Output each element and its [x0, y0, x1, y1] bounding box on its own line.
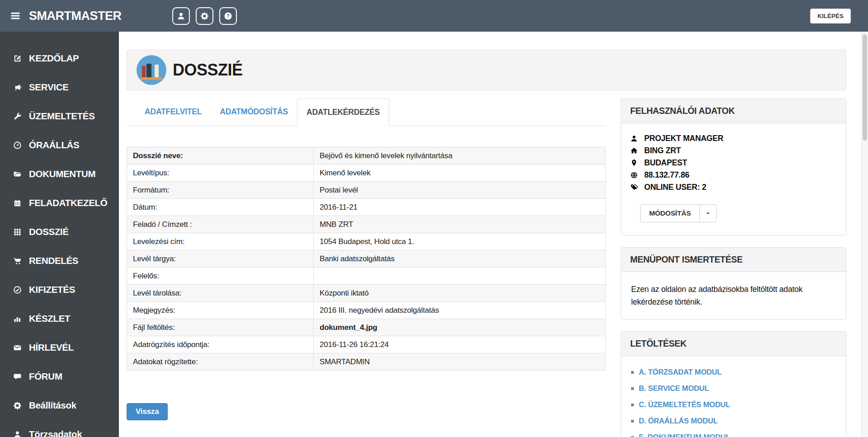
user-info-item: BING ZRT	[630, 145, 837, 157]
settings-button[interactable]	[196, 7, 213, 25]
bullet-icon	[631, 404, 634, 406]
user-info-text: ONLINE USER: 2	[644, 183, 706, 192]
sidebar-item-label: KEZDŐLAP	[29, 53, 79, 64]
modify-dropdown-toggle[interactable]	[699, 205, 716, 222]
user-info-text: BUDAPEST	[644, 158, 687, 168]
record-row: Dátum: 2016-11-21	[127, 199, 606, 216]
record-value: SMARTADMIN	[314, 353, 606, 371]
record-row: Levelezési cím: 1054 Budapest, Hold utca…	[127, 233, 606, 250]
record-row: Levéltípus: Kimenő levelek	[127, 164, 606, 182]
record-label: Dátum:	[127, 199, 314, 216]
sidebar-item[interactable]: FÓRUM	[0, 362, 119, 391]
envelope-icon	[11, 343, 23, 352]
help-button[interactable]: ?	[219, 7, 237, 25]
modify-split-button: MÓDOSÍTÁS	[640, 204, 717, 222]
menu-info-panel-title: MENÜPONT ISMERTETÉSE	[621, 248, 846, 272]
tab-label: ADATLEKÉRDEZÉS	[297, 99, 389, 126]
download-link[interactable]: C. ÜZEMELTETÉS MODUL	[639, 400, 730, 409]
sidebar-item-label: HÍRLEVÉL	[29, 342, 74, 353]
user-data-panel-title: FELHASZNÁLÓI ADATOK	[621, 99, 846, 123]
download-link[interactable]: E. DOKUMENTUM MODUL	[639, 433, 730, 437]
sidebar-item[interactable]: KIFIZETÉS	[0, 275, 119, 304]
tab[interactable]: ADATMÓDOSÍTÁS	[211, 99, 297, 126]
back-button[interactable]: Vissza	[127, 403, 168, 420]
bar-chart-icon	[11, 315, 23, 323]
sidebar-item[interactable]: Törzsadatok	[0, 420, 119, 437]
record-label: Levél tárolása:	[127, 285, 314, 302]
record-value: Kimenő levelek	[314, 164, 606, 182]
record-label: Levéltípus:	[127, 164, 314, 182]
tab-label: ADATFELVITEL	[136, 99, 211, 125]
download-link[interactable]: D. ÓRAÁLLÁS MODUL	[639, 417, 717, 425]
record-label: Felelős:	[127, 268, 314, 285]
sidebar: KEZDŐLAP SERVICE ÜZEMELTETÉS ÓRAÁLLÁS DO…	[0, 32, 119, 437]
sidebar-item[interactable]: RENDELÉS	[0, 246, 119, 275]
calendar-icon	[11, 199, 23, 207]
user-info-list: PROJEKT MANAGER BING ZRT BUD	[630, 132, 837, 193]
bullet-icon	[631, 387, 634, 390]
logout-button[interactable]: KILÉPÉS	[810, 9, 851, 23]
tab-bar: ADATFELVITEL ADATMÓDOSÍTÁS ADATLEKÉRDEZÉ…	[127, 99, 606, 126]
sidebar-item-label: ÓRAÁLLÁS	[29, 140, 79, 150]
user-info-text: PROJEKT MANAGER	[644, 134, 723, 143]
sidebar-item[interactable]: ÜZEMELTETÉS	[0, 102, 119, 131]
record-label: Fájl feltöltés:	[127, 319, 314, 336]
sidebar-item-label: FÓRUM	[29, 371, 62, 382]
record-value: Postai levél	[314, 182, 606, 199]
record-value[interactable]: dokument_4.jpg	[314, 319, 606, 336]
sidebar-item[interactable]: HÍRLEVÉL	[0, 333, 119, 362]
sidebar-item-label: RENDELÉS	[29, 255, 78, 266]
sidebar-item[interactable]: SERVICE	[0, 73, 119, 102]
sidebar-item[interactable]: DOKUMENTUM	[0, 160, 119, 188]
sidebar-item[interactable]: KEZDŐLAP	[0, 44, 119, 73]
record-value: 1054 Budapest, Hold utca 1.	[314, 233, 606, 250]
right-column: FELHASZNÁLÓI ADATOK PROJEKT MANAGER	[621, 99, 846, 437]
download-link[interactable]: B. SERVICE MODUL	[639, 384, 709, 393]
page-scrollbar[interactable]	[861, 32, 868, 437]
profile-button[interactable]	[172, 7, 190, 25]
record-section: ADATFELVITEL ADATMÓDOSÍTÁS ADATLEKÉRDEZÉ…	[127, 99, 606, 437]
tab[interactable]: ADATFELVITEL	[136, 99, 211, 126]
navbar-icon-group: ?	[172, 7, 237, 25]
globe-icon	[630, 171, 640, 179]
download-item: B. SERVICE MODUL	[631, 384, 836, 393]
user-icon	[177, 12, 185, 20]
menu-toggle-icon[interactable]	[10, 10, 21, 21]
grid-icon	[11, 228, 23, 236]
download-item: A. TÖRZSADAT MODUL	[631, 368, 836, 376]
downloads-panel: LETÖLTÉSEK A. TÖRZSADAT MODUL	[621, 331, 846, 437]
sidebar-item[interactable]: ÓRAÁLLÁS	[0, 131, 119, 160]
sidebar-item-label: DOKUMENTUM	[29, 169, 95, 179]
main-content: DOSSZIÉ ADATFELVITEL ADATMÓDOSÍTÁS	[119, 32, 868, 437]
gauge-icon	[11, 141, 23, 150]
record-row: Adatokat rögzítette: SMARTADMIN	[127, 353, 606, 371]
downloads-list: A. TÖRZSADAT MODUL B. SERVICE MODUL	[630, 365, 837, 437]
svg-text:?: ?	[226, 13, 230, 19]
download-link[interactable]: A. TÖRZSADAT MODUL	[639, 368, 722, 376]
user-info-item: BUDAPEST	[630, 157, 837, 169]
download-item: D. ÓRAÁLLÁS MODUL	[631, 417, 836, 425]
app-root: SMARTMASTER ? KILÉPÉS KEZDŐLAP	[0, 0, 868, 437]
caret-down-icon	[705, 211, 711, 216]
record-value: Bejövő és kimenő levelek nyilvántartása	[314, 147, 606, 164]
map-marker-icon	[630, 159, 640, 167]
modify-button[interactable]: MÓDOSÍTÁS	[641, 205, 699, 222]
sidebar-item[interactable]: Beállítások	[0, 391, 119, 420]
cart-icon	[11, 257, 23, 265]
record-value: Banki adatszolgáltatás	[314, 250, 606, 268]
tags-icon	[630, 183, 640, 191]
check-circle-icon	[11, 286, 23, 294]
record-label: Adatrögzítés időpontja:	[127, 336, 314, 353]
record-label: Dosszié neve:	[127, 147, 314, 164]
dossier-books-icon	[137, 55, 166, 85]
user-info-text: 88.132.77.86	[644, 170, 689, 180]
sidebar-item[interactable]: KÉSZLET	[0, 304, 119, 333]
sidebar-item-label: KIFIZETÉS	[29, 284, 75, 295]
sidebar-item[interactable]: FELADATKEZELŐ	[0, 188, 119, 217]
page-header: DOSSZIÉ	[127, 50, 846, 90]
scrollbar-thumb[interactable]	[863, 34, 867, 141]
sidebar-item-label: Beállítások	[29, 400, 76, 411]
tab[interactable]: ADATLEKÉRDEZÉS	[297, 99, 389, 126]
menu-info-text: Ezen az oldalon az adatbázisokba feltölt…	[630, 281, 837, 310]
sidebar-item[interactable]: DOSSZIÉ	[0, 217, 119, 246]
